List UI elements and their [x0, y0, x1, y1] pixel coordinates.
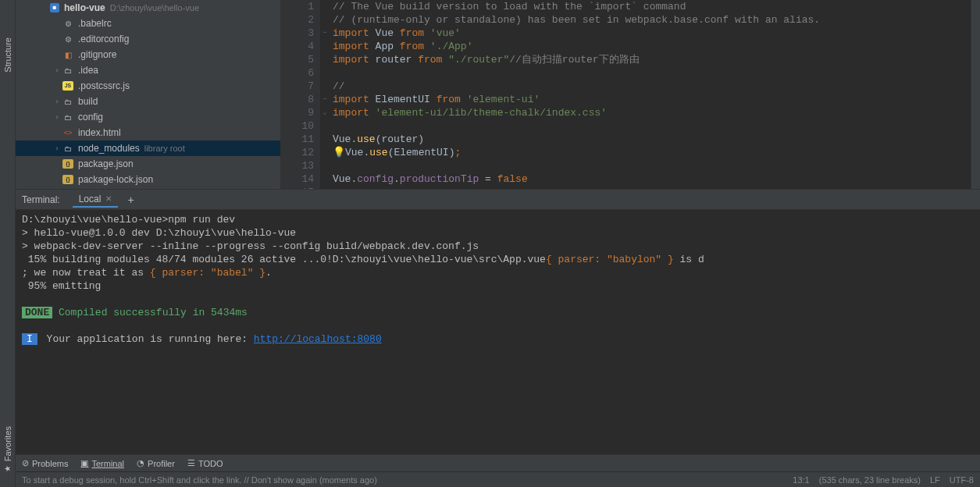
main-column: ■hello-vueD:\zhouyi\vue\hello-vue⚙.babel…: [16, 0, 980, 487]
tab-profiler[interactable]: ◔Profiler: [137, 458, 175, 468]
tree-item-config[interactable]: ›🗀config: [16, 109, 280, 125]
left-tool-strip: Structure ★ Favorites: [0, 0, 16, 487]
terminal-line: D:\zhouyi\vue\hello-vue>npm run dev: [22, 213, 974, 226]
tree-item--editorconfig[interactable]: ⚙.editorconfig: [16, 31, 280, 47]
line-gutter: 123456789101112131415: [281, 0, 320, 189]
tree-item--babelrc[interactable]: ⚙.babelrc: [16, 16, 280, 31]
warning-icon: ⊘: [22, 458, 29, 468]
terminal-title: Terminal:: [22, 194, 60, 205]
code-line[interactable]: Vue.use(router): [333, 133, 971, 146]
tree-item-package-json[interactable]: {}package.json: [16, 156, 280, 172]
terminal-line: > hello-vue@1.0.0 dev D:\zhouyi\vue\hell…: [22, 226, 974, 240]
tree-item-node_modules[interactable]: ›🗀node_moduleslibrary root: [16, 140, 280, 156]
tree-item-label: .idea: [78, 65, 98, 76]
folder-icon: 🗀: [62, 112, 73, 123]
tree-arrow-icon[interactable]: ›: [53, 66, 61, 74]
code-line[interactable]: Vue.config.productionTip = false: [333, 172, 971, 186]
tree-item-label: package.json: [78, 158, 134, 169]
code-line[interactable]: [333, 159, 971, 172]
tree-item-build[interactable]: ›🗀build: [16, 94, 280, 109]
terminal-line: [22, 319, 974, 332]
folder-icon: 🗀: [62, 96, 73, 107]
close-icon[interactable]: ✕: [105, 194, 112, 203]
code-line[interactable]: 💡Vue.use(ElementUI);: [333, 146, 971, 159]
terminal-tab-label: Local: [79, 194, 102, 204]
project-icon: ■: [50, 3, 59, 12]
terminal-done-line: DONE Compiled successfully in 5434ms: [22, 306, 974, 319]
terminal-line: 95% emitting: [22, 279, 974, 293]
tree-arrow-icon[interactable]: ›: [53, 144, 61, 152]
profiler-icon: ◔: [137, 458, 144, 468]
terminal-line: ; we now treat it as { parser: "babel" }…: [22, 266, 974, 279]
code-line[interactable]: // The Vue build version to load with th…: [333, 0, 971, 13]
json-file-icon: {}: [62, 175, 73, 184]
code-line[interactable]: import App from './App': [333, 40, 971, 53]
code-line[interactable]: import 'element-ui/lib/theme-chalk/index…: [333, 106, 971, 119]
structure-tool-button[interactable]: Structure: [2, 31, 14, 79]
tree-item-label: package-lock.json: [78, 174, 153, 185]
terminal-icon: ▣: [80, 458, 88, 468]
code-line[interactable]: [333, 119, 971, 133]
code-area[interactable]: // The Vue build version to load with th…: [330, 0, 971, 189]
folder-icon: 🗀: [62, 143, 73, 154]
code-line[interactable]: // (runtime-only or standalone) has been…: [333, 13, 971, 27]
favorites-tool-button[interactable]: ★ Favorites: [2, 420, 14, 479]
tree-item-label: .postcssrc.js: [78, 80, 130, 91]
tree-item-label: .gitignore: [78, 49, 116, 60]
bottom-tool-tabs: ⊘Problems ▣Terminal ◔Profiler ☰TODO: [16, 454, 980, 471]
tree-item-label: index.html: [78, 127, 121, 138]
code-line[interactable]: //: [333, 80, 971, 93]
server-url-link[interactable]: http://localhost:8080: [254, 333, 382, 345]
library-root-hint: library root: [144, 144, 185, 153]
git-file-icon: ◧: [62, 49, 73, 60]
folder-icon: 🗀: [62, 65, 73, 76]
tree-item-label: build: [78, 96, 98, 107]
tree-item-hello-vue[interactable]: ■hello-vueD:\zhouyi\vue\hello-vue: [16, 0, 280, 16]
editor-scrollbar[interactable]: [971, 0, 980, 189]
structure-label: Structure: [3, 37, 12, 73]
tab-problems[interactable]: ⊘Problems: [22, 458, 68, 468]
terminal-line: [22, 293, 974, 306]
terminal-output[interactable]: D:\zhouyi\vue\hello-vue>npm run dev > he…: [16, 210, 980, 454]
html-file-icon: <>: [62, 127, 73, 138]
tree-item-label: node_modules: [78, 143, 140, 154]
project-tree[interactable]: ■hello-vueD:\zhouyi\vue\hello-vue⚙.babel…: [16, 0, 281, 189]
tree-item-label: config: [78, 112, 103, 123]
gear-icon: ⚙: [62, 34, 73, 44]
gear-icon: ⚙: [62, 18, 73, 29]
tab-terminal[interactable]: ▣Terminal: [80, 458, 124, 468]
tree-item-package-lock-json[interactable]: {}package-lock.json: [16, 172, 280, 187]
code-line[interactable]: import Vue from 'vue': [333, 27, 971, 40]
project-path-hint: D:\zhouyi\vue\hello-vue: [110, 3, 199, 12]
tree-item--idea[interactable]: ›🗀.idea: [16, 62, 280, 78]
terminal-tab-local[interactable]: Local ✕: [73, 192, 119, 208]
code-line[interactable]: import router from "./router"//自动扫描route…: [333, 53, 971, 66]
tree-arrow-icon[interactable]: ›: [53, 113, 61, 121]
star-icon: ★: [3, 464, 12, 473]
status-message: To start a debug session, hold Ctrl+Shif…: [22, 475, 377, 485]
tree-item-label: hello-vue: [64, 2, 105, 13]
todo-icon: ☰: [187, 458, 195, 468]
file-stats: (535 chars, 23 line breaks): [819, 475, 921, 485]
json-file-icon: {}: [62, 159, 73, 169]
tree-item-label: .babelrc: [78, 18, 112, 29]
caret-position[interactable]: 13:1: [793, 475, 809, 485]
favorites-label: Favorites: [3, 426, 12, 461]
status-bar: To start a debug session, hold Ctrl+Shif…: [16, 471, 980, 487]
tree-arrow-icon[interactable]: ›: [53, 98, 61, 105]
tree-item--gitignore[interactable]: ◧.gitignore: [16, 47, 280, 62]
tree-item-index-html[interactable]: <>index.html: [16, 125, 280, 140]
tab-todo[interactable]: ☰TODO: [187, 458, 223, 468]
add-terminal-button[interactable]: +: [121, 194, 140, 206]
line-separator[interactable]: LF: [930, 475, 940, 485]
upper-area: ■hello-vueD:\zhouyi\vue\hello-vue⚙.babel…: [16, 0, 980, 189]
code-line[interactable]: import ElementUI from 'element-ui': [333, 93, 971, 106]
code-line[interactable]: [333, 66, 971, 80]
fold-column[interactable]: −−⌄: [320, 0, 330, 189]
code-editor[interactable]: 123456789101112131415 −−⌄ // The Vue bui…: [281, 0, 980, 189]
bulb-icon[interactable]: 💡: [333, 147, 345, 158]
file-encoding[interactable]: UTF-8: [950, 475, 974, 485]
terminal-line: 15% building modules 48/74 modules 26 ac…: [22, 253, 974, 266]
js-file-icon: JS: [62, 81, 73, 91]
tree-item--postcssrc-js[interactable]: JS.postcssrc.js: [16, 78, 280, 94]
